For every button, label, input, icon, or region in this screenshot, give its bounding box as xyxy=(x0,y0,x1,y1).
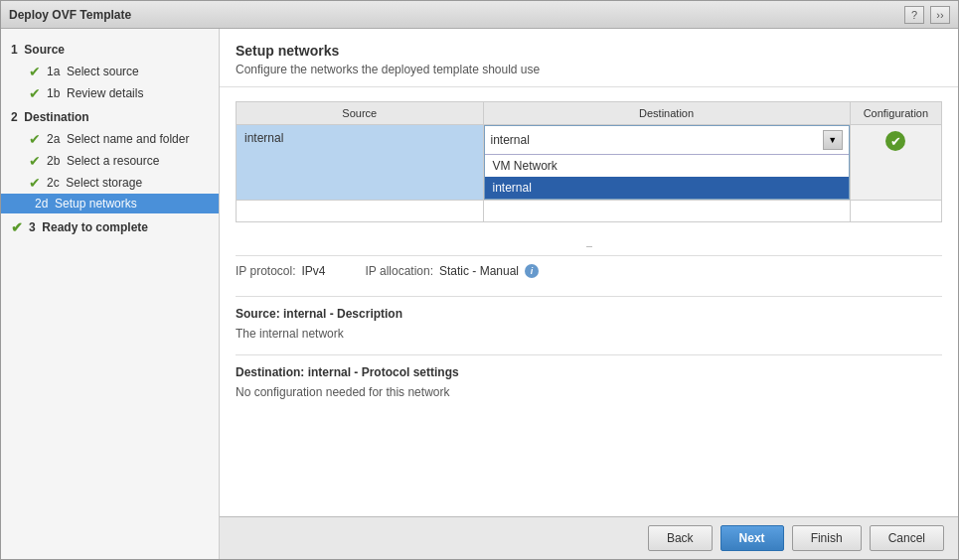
sidebar: 1 Source ✔ 1a Select source ✔ 1b Review … xyxy=(1,29,220,559)
panel-title: Setup networks xyxy=(236,43,942,59)
ip-protocol-field: IP protocol: IPv4 xyxy=(236,264,326,278)
sidebar-item-select-storage-label: 2c Select storage xyxy=(47,176,142,190)
source-description-section: Source: internal - Description The inter… xyxy=(236,307,942,341)
check-icon-select-resource: ✔ xyxy=(29,153,41,169)
dest-protocol-text: No configuration needed for this network xyxy=(236,385,942,399)
dropdown-option-vm-network[interactable]: VM Network xyxy=(485,155,849,177)
ip-protocol-value: IPv4 xyxy=(301,264,325,278)
dropdown-selected-value: internal xyxy=(491,133,823,147)
sidebar-header-ready: ✔ 3 Ready to complete xyxy=(1,215,219,239)
config-cell: ✔ xyxy=(850,125,941,201)
main-content: 1 Source ✔ 1a Select source ✔ 1b Review … xyxy=(1,29,958,559)
empty-source-cell xyxy=(237,201,484,222)
ip-protocol-label: IP protocol: xyxy=(236,264,295,278)
ip-allocation-field: IP allocation: Static - Manual i xyxy=(366,264,540,278)
dest-cell[interactable]: internal ▼ VM Network internal xyxy=(483,125,850,201)
sidebar-item-select-resource-label: 2b Select a resource xyxy=(47,154,159,168)
titlebar-controls: ? ›› xyxy=(904,6,950,24)
network-table: Source Destination Configuration interna… xyxy=(236,101,942,222)
sidebar-section-ready: ✔ 3 Ready to complete xyxy=(1,215,219,239)
source-cell: internal xyxy=(237,125,484,201)
source-description-text: The internal network xyxy=(236,327,942,341)
empty-dest-cell xyxy=(483,201,850,222)
sidebar-item-review-details-label: 1b Review details xyxy=(47,86,143,100)
dest-protocol-title: Destination: internal - Protocol setting… xyxy=(236,365,942,379)
sidebar-item-setup-networks[interactable]: 2d Setup networks xyxy=(1,194,219,213)
main-panel: Setup networks Configure the networks th… xyxy=(220,29,958,559)
col-configuration: Configuration xyxy=(850,102,941,125)
sidebar-header-destination: 2 Destination xyxy=(1,106,219,128)
sidebar-item-select-resource[interactable]: ✔ 2b Select a resource xyxy=(1,150,219,172)
divider-2 xyxy=(236,354,942,355)
divider-1 xyxy=(236,296,942,297)
scrollbar-area: ⎯ xyxy=(236,234,942,249)
sidebar-item-select-source[interactable]: ✔ 1a Select source xyxy=(1,61,219,82)
check-icon-name-folder: ✔ xyxy=(29,131,41,147)
dropdown-arrow-icon[interactable]: ▼ xyxy=(823,130,843,150)
titlebar: Deploy OVF Template ? ›› xyxy=(1,1,958,29)
source-value: internal xyxy=(244,131,283,145)
sidebar-item-select-storage[interactable]: ✔ 2c Select storage xyxy=(1,172,219,194)
dropdown-list: VM Network internal xyxy=(485,155,849,199)
empty-config-cell xyxy=(850,201,941,222)
destination-dropdown[interactable]: internal ▼ VM Network internal xyxy=(484,125,850,200)
finish-button[interactable]: Finish xyxy=(792,525,862,551)
footer: Back Next Finish Cancel xyxy=(220,516,958,559)
table-row: internal internal ▼ VM Network xyxy=(237,125,942,201)
sidebar-item-review-details[interactable]: ✔ 1b Review details xyxy=(1,82,219,104)
col-source: Source xyxy=(237,102,484,125)
dropdown-option-internal[interactable]: internal xyxy=(485,177,849,199)
table-row-empty xyxy=(237,201,942,222)
cancel-button[interactable]: Cancel xyxy=(870,525,944,551)
window-title: Deploy OVF Template xyxy=(9,8,131,22)
next-button[interactable]: Next xyxy=(720,525,784,551)
check-icon-review-details: ✔ xyxy=(29,85,41,101)
ip-allocation-value: Static - Manual xyxy=(439,264,519,278)
check-icon-select-storage: ✔ xyxy=(29,175,41,191)
panel-subtitle: Configure the networks the deployed temp… xyxy=(236,63,942,76)
config-check-icon: ✔ xyxy=(885,131,905,151)
info-icon[interactable]: i xyxy=(525,264,539,278)
source-description-title: Source: internal - Description xyxy=(236,307,942,321)
sidebar-item-select-name-folder[interactable]: ✔ 2a Select name and folder xyxy=(1,128,219,150)
panel-header: Setup networks Configure the networks th… xyxy=(220,29,958,87)
back-button[interactable]: Back xyxy=(648,525,713,551)
sidebar-section-source-label: 1 Source xyxy=(11,43,65,57)
sidebar-section-destination: 2 Destination ✔ 2a Select name and folde… xyxy=(1,106,219,213)
col-destination: Destination xyxy=(483,102,850,125)
check-icon-select-source: ✔ xyxy=(29,64,41,79)
sidebar-section-destination-label: 2 Destination xyxy=(11,110,89,124)
help-button[interactable]: ? xyxy=(904,6,924,24)
sidebar-item-select-source-label: 1a Select source xyxy=(47,65,139,78)
window: Deploy OVF Template ? ›› 1 Source ✔ 1a S… xyxy=(0,0,959,560)
check-icon-ready: ✔ xyxy=(11,219,23,235)
sidebar-header-source: 1 Source xyxy=(1,39,219,61)
panel-body: Source Destination Configuration interna… xyxy=(220,87,958,516)
dest-protocol-section: Destination: internal - Protocol setting… xyxy=(236,365,942,399)
ip-allocation-label: IP allocation: xyxy=(366,264,434,278)
sidebar-section-source: 1 Source ✔ 1a Select source ✔ 1b Review … xyxy=(1,39,219,104)
sidebar-item-setup-networks-label: 2d Setup networks xyxy=(35,197,137,210)
ip-row: IP protocol: IPv4 IP allocation: Static … xyxy=(236,255,942,286)
dropdown-header[interactable]: internal ▼ xyxy=(485,126,849,155)
expand-button[interactable]: ›› xyxy=(930,6,950,24)
sidebar-item-name-folder-label: 2a Select name and folder xyxy=(47,132,189,146)
sidebar-section-ready-label: 3 Ready to complete xyxy=(29,220,148,234)
